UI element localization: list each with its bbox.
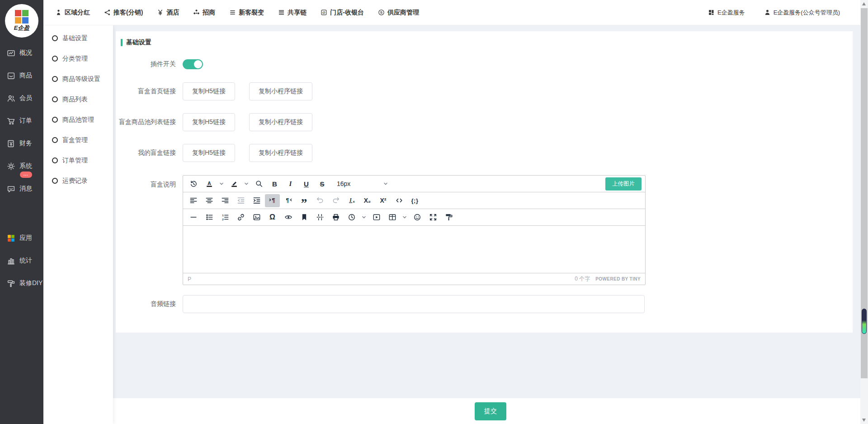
radio-circle-icon [52, 178, 58, 184]
search-button[interactable] [251, 177, 266, 191]
radio-circle-icon [52, 35, 58, 41]
align-right-icon [221, 196, 230, 205]
sidebar-item-goods[interactable]: 商品 [0, 64, 43, 87]
fullscreen-button[interactable] [425, 211, 440, 224]
italic-icon: I [289, 181, 292, 187]
copy-miniprogram-link-button[interactable]: 复制小程序链接 [249, 144, 312, 162]
rtl-button[interactable]: ¶ [281, 194, 296, 207]
numbered-list-button[interactable]: 12 [217, 211, 232, 224]
copy-h5-link-button[interactable]: 复制H5链接 [183, 113, 235, 131]
text-color-button[interactable]: A [202, 177, 217, 191]
sidebar-item-decorate-diy[interactable]: 装修DIY [0, 272, 43, 295]
scroll-up-arrow-icon[interactable] [862, 2, 866, 5]
undo-button[interactable] [312, 194, 327, 207]
logo[interactable]: E企盈 [0, 0, 43, 42]
subscript-button[interactable]: X₂ [360, 194, 375, 207]
submenu-item-goods-pool[interactable]: 商品池管理 [43, 110, 113, 130]
table-dropdown[interactable] [401, 211, 409, 224]
print-button[interactable] [328, 211, 343, 224]
bold-button[interactable]: B [267, 177, 282, 191]
svg-text:1: 1 [222, 214, 224, 217]
submenu-item-blindbox-management[interactable]: 盲盒管理 [43, 130, 113, 150]
audio-link-input[interactable] [183, 295, 645, 313]
table-button[interactable] [385, 211, 400, 224]
insert-image-button[interactable] [249, 211, 264, 224]
sidebar-item-members[interactable]: 会员 [0, 87, 43, 110]
sidebar-item-stats[interactable]: 统计 [0, 249, 43, 272]
topnav-item-store-cashier[interactable]: @ 门店-收银台 [321, 9, 364, 17]
topnav-item-new-customer[interactable]: 新客裂变 [229, 9, 264, 17]
submenu-item-basic-settings[interactable]: 基础设置 [43, 28, 113, 48]
code-sample-button[interactable]: {;} [407, 194, 422, 207]
underline-button[interactable]: U [299, 177, 314, 191]
submenu-item-goods-level[interactable]: 商品等级设置 [43, 69, 113, 89]
sidebar-item-messages[interactable]: 消息 ... [0, 177, 43, 200]
link-button[interactable] [233, 211, 248, 224]
insert-time-button[interactable] [344, 211, 359, 224]
editor-content-area[interactable] [183, 226, 645, 273]
topnav-service[interactable]: E企盈服务 [708, 9, 745, 17]
anchor-button[interactable] [297, 211, 311, 224]
copy-h5-link-button[interactable]: 复制H5链接 [183, 82, 235, 100]
special-char-button[interactable]: Ω [265, 211, 280, 224]
insert-time-dropdown[interactable] [360, 211, 368, 224]
align-right-button[interactable] [217, 194, 232, 207]
copy-miniprogram-link-button[interactable]: 复制小程序链接 [249, 82, 312, 100]
sidebar-item-overview[interactable]: 概况 [0, 42, 43, 64]
strikethrough-icon: S [320, 181, 324, 187]
blockquote-button[interactable]: ” [297, 194, 311, 207]
topnav-item-share-chain[interactable]: 共享链 [278, 9, 307, 17]
settings-card: 基础设置 插件开关 盲盒首页链接 复制H5链接 复制小程序链接 盲盒商品池列表链… [116, 31, 853, 333]
topnav-item-supplier[interactable]: S 供应商管理 [378, 9, 419, 17]
svg-text:¶: ¶ [286, 197, 289, 204]
preview-button[interactable] [281, 211, 296, 224]
topnav-item-hotel[interactable]: 酒店 [157, 9, 179, 17]
topnav-item-region-dividend[interactable]: 区域分红 [55, 9, 90, 17]
align-center-button[interactable] [202, 194, 217, 207]
pool-list-link-row: 盲盒商品池列表链接 复制H5链接 复制小程序链接 [116, 113, 853, 131]
powered-by-tiny[interactable]: POWERED BY TINY [595, 276, 641, 281]
highlight-color-dropdown[interactable] [242, 177, 250, 191]
page-break-button[interactable] [312, 211, 327, 224]
sidebar-item-finance[interactable]: 财务 [0, 132, 43, 155]
upload-image-button[interactable]: 上传图片 [605, 177, 642, 191]
remove-format-button[interactable]: Ix [344, 194, 359, 207]
vertical-scrollbar[interactable] [860, 0, 868, 424]
copy-h5-link-button[interactable]: 复制H5链接 [183, 144, 235, 162]
italic-button[interactable]: I [283, 177, 298, 191]
plugin-toggle[interactable] [183, 59, 203, 69]
topnav-item-distribution[interactable]: 推客(分销) [104, 9, 143, 17]
topnav-item-investment[interactable]: 招商 [193, 9, 215, 17]
sidebar-item-apps[interactable]: 应用 [0, 227, 43, 249]
submenu-item-freight-record[interactable]: 运费记录 [43, 171, 113, 191]
submenu-item-order-management[interactable]: 订单管理 [43, 150, 113, 171]
remove-format-icon: Ix [347, 196, 356, 205]
copy-miniprogram-link-button[interactable]: 复制小程序链接 [249, 113, 312, 131]
emoticons-button[interactable] [410, 211, 425, 224]
topnav-account[interactable]: E企盈服务(公众号管理员) [764, 9, 840, 17]
format-painter-button[interactable] [441, 211, 456, 224]
submit-button[interactable]: 提交 [475, 402, 506, 420]
indent-button[interactable] [249, 194, 264, 207]
submenu-item-category-management[interactable]: 分类管理 [43, 48, 113, 69]
superscript-button[interactable]: X² [376, 194, 391, 207]
restore-draft-button[interactable] [186, 177, 201, 191]
footer-bar: 提交 [113, 398, 868, 424]
code-button[interactable] [392, 194, 406, 207]
outdent-button[interactable] [233, 194, 248, 207]
ltr-button[interactable]: ¶ [265, 194, 280, 207]
sidebar-item-orders[interactable]: 订单 [0, 110, 43, 132]
sidebar-item-label: 概况 [19, 49, 32, 57]
highlight-color-button[interactable] [226, 177, 241, 191]
submenu-item-goods-list[interactable]: 商品列表 [43, 89, 113, 110]
horizontal-rule-button[interactable] [186, 211, 201, 224]
text-color-dropdown[interactable] [217, 177, 226, 191]
strikethrough-button[interactable]: S [315, 177, 330, 191]
bullet-list-button[interactable] [202, 211, 217, 224]
apps-grid-icon [7, 234, 15, 243]
align-left-button[interactable] [186, 194, 201, 207]
font-size-select[interactable]: 16px [333, 177, 391, 191]
scroll-down-arrow-icon[interactable] [862, 419, 866, 422]
redo-button[interactable] [328, 194, 343, 207]
media-button[interactable] [369, 211, 384, 224]
